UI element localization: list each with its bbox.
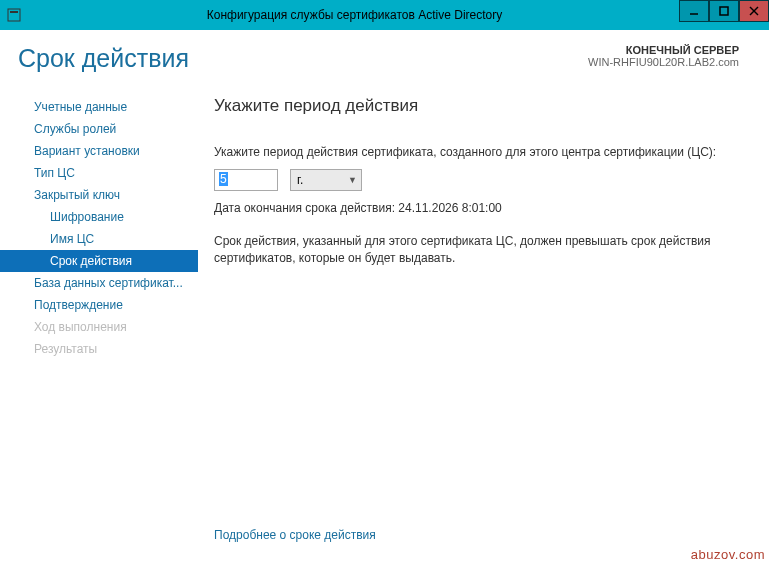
svg-rect-3 <box>720 7 728 15</box>
server-info: КОНЕЧНЫЙ СЕРВЕР WIN-RHFIU90L20R.LAB2.com <box>588 44 739 68</box>
sidebar-item-2[interactable]: Вариант установки <box>0 140 198 162</box>
validity-prompt: Укажите период действия сертификата, соз… <box>214 144 741 161</box>
sidebar-item-7[interactable]: Срок действия <box>0 250 198 272</box>
sidebar: Учетные данныеСлужбы ролейВариант устано… <box>0 78 198 564</box>
sidebar-item-10: Ход выполнения <box>0 316 198 338</box>
expiry-date-text: Дата окончания срока действия: 24.11.202… <box>214 201 741 215</box>
sidebar-item-9[interactable]: Подтверждение <box>0 294 198 316</box>
sidebar-item-3[interactable]: Тип ЦС <box>0 162 198 184</box>
chevron-down-icon: ▼ <box>348 175 357 185</box>
validity-period-input[interactable]: 5 <box>214 169 278 191</box>
server-name: WIN-RHFIU90L20R.LAB2.com <box>588 56 739 68</box>
sidebar-item-5[interactable]: Шифрование <box>0 206 198 228</box>
close-button[interactable] <box>739 0 769 22</box>
validity-unit-select[interactable]: г. ▼ <box>290 169 362 191</box>
sidebar-item-6[interactable]: Имя ЦС <box>0 228 198 250</box>
validity-unit-value: г. <box>297 173 303 187</box>
sidebar-item-0[interactable]: Учетные данные <box>0 96 198 118</box>
app-icon <box>6 7 22 23</box>
validity-description: Срок действия, указанный для этого серти… <box>214 233 741 267</box>
watermark: abuzov.com <box>691 547 765 562</box>
maximize-button[interactable] <box>709 0 739 22</box>
panel-heading: Укажите период действия <box>214 96 741 116</box>
sidebar-item-11: Результаты <box>0 338 198 360</box>
sidebar-item-8[interactable]: База данных сертификат... <box>0 272 198 294</box>
main-panel: Укажите период действия Укажите период д… <box>198 78 769 564</box>
more-info-link[interactable]: Подробнее о сроке действия <box>214 528 741 554</box>
svg-rect-1 <box>10 11 18 13</box>
sidebar-item-4[interactable]: Закрытый ключ <box>0 184 198 206</box>
sidebar-item-1[interactable]: Службы ролей <box>0 118 198 140</box>
window-titlebar: Конфигурация службы сертификатов Active … <box>0 0 769 30</box>
server-label: КОНЕЧНЫЙ СЕРВЕР <box>588 44 739 56</box>
page-title: Срок действия <box>18 44 189 73</box>
minimize-button[interactable] <box>679 0 709 22</box>
svg-rect-0 <box>8 9 20 21</box>
window-title: Конфигурация службы сертификатов Active … <box>30 8 769 22</box>
